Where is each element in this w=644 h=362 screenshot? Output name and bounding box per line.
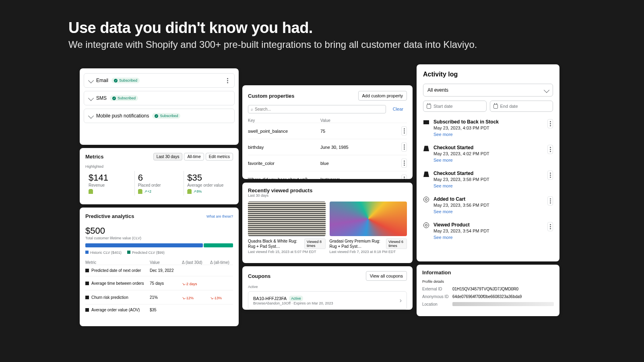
kebab-icon[interactable] — [547, 222, 553, 231]
table-row: Churn risk prediction 21% -12% -13% — [85, 290, 233, 304]
clear-button[interactable]: Clear — [389, 105, 407, 113]
hero-subtitle: We integrate with Shopify and 300+ pre-b… — [68, 39, 477, 50]
table-row: Predicted date of next order Dec 19, 202… — [85, 265, 233, 276]
coupons-panel: Coupons View all coupons Active BA10-HFF… — [242, 266, 413, 310]
calendar-icon — [427, 104, 431, 109]
see-more-link[interactable]: See more — [433, 235, 543, 240]
metrics-range-button[interactable]: Edit metrics — [206, 153, 233, 160]
shop-icon — [423, 171, 429, 177]
info-value-placeholder — [452, 302, 554, 306]
activity-filter-dropdown[interactable]: All events — [423, 84, 553, 97]
information-panel: Information Profile details External ID0… — [417, 265, 559, 316]
clv-label: Total customer lifetime value (CLV) — [85, 236, 233, 240]
recent-range: Last 30 days — [248, 193, 407, 197]
predictive-title: Predictive analytics — [85, 213, 134, 219]
metrics-range-button[interactable]: Last 30 days — [153, 153, 183, 160]
end-date-input[interactable]: End date — [490, 101, 553, 112]
start-date-input[interactable]: Start date — [423, 101, 487, 112]
hero: Use data you didn't know you had. We int… — [68, 19, 477, 50]
prop-key: swell_point_balance — [248, 129, 320, 134]
search-icon: ⌕ — [251, 107, 253, 111]
recent-title: Recently viewed products — [248, 187, 407, 193]
kebab-icon[interactable] — [547, 119, 553, 128]
add-custom-property-button[interactable]: Add custom property — [358, 91, 407, 101]
info-row: Location — [422, 300, 554, 308]
metrics-title: Metrics — [85, 154, 104, 160]
prop-value: June 30, 1985 — [320, 145, 401, 150]
legend-square-icon — [85, 251, 89, 254]
chevron-right-icon: › — [400, 297, 402, 304]
event-time: May 23, 2023, 4:02 PM PDT — [433, 151, 543, 156]
legend-square-icon — [127, 251, 130, 254]
metric-icon — [85, 308, 89, 312]
info-row: External ID01H15QV34579TVQNJD7JQMD0R0 — [422, 285, 554, 293]
predictive-help-link[interactable]: What are these? — [206, 214, 233, 218]
metrics-range-button[interactable]: All-time — [184, 153, 204, 160]
see-more-link[interactable]: See more — [433, 158, 543, 162]
see-more-link[interactable]: See more — [433, 209, 543, 214]
coupon-code: BA10-HFFJ23FA — [253, 296, 287, 301]
channel-card[interactable]: Email Subscribed — [84, 73, 235, 88]
kebab-icon[interactable] — [225, 78, 230, 83]
activity-event: Added to Cart May 23, 2023, 3:56 PM PDT … — [423, 192, 553, 218]
col-metric: Metric — [85, 260, 150, 265]
kebab-icon[interactable] — [401, 175, 407, 179]
stat-label: Revenue — [89, 183, 131, 187]
info-key: External ID — [422, 287, 452, 291]
kebab-icon[interactable] — [401, 142, 407, 152]
subscribed-badge: Subscribed — [111, 78, 140, 83]
table-row: swell_point_balance 75 — [248, 123, 407, 139]
product-views-badge: Viewed 8 times — [304, 239, 325, 249]
custom-props-search-input[interactable] — [255, 107, 383, 111]
product-title: Quadra Black & White Rug: Rug + Pad Syst… — [248, 239, 303, 249]
product-last-viewed: Last viewed Feb 7, 2023 at 8:18 PM EDT — [330, 250, 407, 254]
kebab-icon[interactable] — [401, 126, 407, 136]
metric-name: Churn risk prediction — [85, 295, 150, 300]
prop-key: Where did you hear about us? — [248, 177, 320, 179]
subscribed-badge: Subscribed — [152, 113, 180, 119]
prop-value: blue — [320, 161, 401, 166]
product-card[interactable]: Quadra Black & White Rug: Rug + Pad Syst… — [248, 202, 326, 254]
coupon-desc: BrowseAbandon_10Off · Expires on Mar 20,… — [253, 301, 396, 305]
table-row: Average time between orders 75 days -2 d… — [85, 276, 233, 290]
chevron-down-icon — [88, 95, 94, 101]
table-row: birthday June 30, 1985 — [248, 139, 407, 155]
shopify-icon — [187, 189, 192, 194]
channel-card[interactable]: SMS Subscribed — [84, 91, 235, 105]
gear-icon — [423, 222, 429, 228]
tag-icon — [423, 120, 429, 124]
metrics-section: Highlighted — [85, 165, 233, 169]
hero-title: Use data you didn't know you had. — [68, 19, 477, 37]
coupon-row[interactable]: BA10-HFFJ23FAActive BrowseAbandon_10Off … — [248, 291, 407, 310]
kebab-icon[interactable] — [547, 196, 553, 206]
clv-bar-historic — [85, 243, 203, 247]
kebab-icon[interactable] — [401, 158, 407, 168]
see-more-link[interactable]: See more — [433, 183, 543, 188]
legend-item: Historic CLV ($401) — [85, 251, 122, 255]
product-card[interactable]: Gradasi Grey Premium Rug: Rug + Pad Syst… — [330, 202, 407, 254]
delta-all: -13% — [210, 296, 222, 300]
table-row: Average order value (AOV) $35 — [85, 304, 233, 315]
delta-30d: -12% — [182, 296, 194, 300]
metric-value: 75 days — [150, 281, 182, 286]
col-value: Value — [150, 260, 182, 265]
metric-value: Dec 19, 2022 — [150, 268, 182, 273]
kebab-icon[interactable] — [547, 171, 553, 180]
stat-delta: +2 — [144, 189, 151, 193]
view-all-coupons-button[interactable]: View all coupons — [366, 271, 407, 281]
legend-item: Predicted CLV ($99) — [127, 251, 165, 255]
see-more-link[interactable]: See more — [433, 132, 543, 137]
metric-icon — [85, 296, 89, 299]
kebab-icon[interactable] — [547, 145, 553, 154]
custom-props-search[interactable]: ⌕ — [248, 105, 386, 113]
metric-icon — [85, 282, 89, 285]
channel-name: Mobile push notifications — [96, 113, 149, 119]
event-title: Checkout Started — [433, 171, 543, 176]
activity-event: Checkout Started May 23, 2023, 3:58 PM P… — [423, 167, 553, 192]
channel-card[interactable]: Mobile push notifications Subscribed — [84, 109, 235, 123]
prop-key: favorite_color — [248, 161, 320, 166]
event-time: May 23, 2023, 3:54 PM PDT — [433, 228, 543, 233]
info-title: Information — [422, 269, 554, 276]
table-row: Where did you hear about us? Instagram — [248, 171, 407, 179]
col-d30: Δ (last 30d) — [182, 260, 210, 265]
